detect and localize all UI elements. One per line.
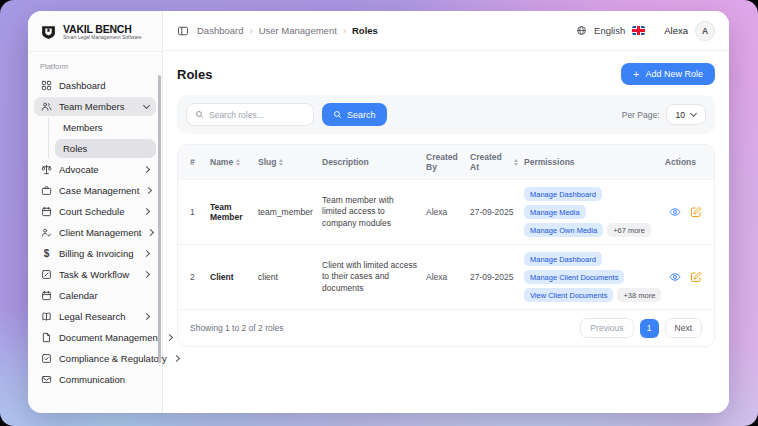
edit-role-icon[interactable] [690,271,702,283]
sidebar-item-label: Advocate [59,164,99,175]
sort-icon[interactable] [279,159,283,166]
sidebar-scrollbar[interactable] [158,75,161,363]
more-permissions-badge[interactable]: +38 more [617,288,661,302]
sidebar-item-label: Dashboard [59,80,105,91]
cell-num: 1 [190,207,210,217]
sidebar-item-dashboard[interactable]: Dashboard [34,76,156,95]
sidebar-item-compliance-regulatory[interactable]: Compliance & Regulatory [34,349,156,368]
sidebar-nav: Dashboard Team Members Members Roles Adv… [28,76,162,389]
uk-flag-icon [632,26,645,35]
app-window: VAKIL BENCH Smart Legal Management Softw… [28,11,729,413]
sidebar-toggle-icon[interactable] [177,25,189,37]
view-role-icon[interactable] [669,206,681,218]
edit-role-icon[interactable] [690,206,702,218]
more-permissions-badge[interactable]: +67 more [607,223,651,237]
sidebar-item-label: Team Members [59,101,124,112]
search-icon [195,110,204,119]
book-icon [41,311,52,322]
document-icon [41,332,52,343]
permission-badge: Manage Client Documents [524,270,624,284]
sidebar-item-advocate[interactable]: Advocate [34,160,156,179]
chevron-right-icon [147,229,154,236]
sidebar-item-case-management[interactable]: Case Management [34,181,156,200]
breadcrumb-user-management[interactable]: User Management [259,25,337,36]
search-field-wrapper [186,103,314,126]
roles-toolbar: Search Per Page: 10 [177,95,715,134]
sidebar-item-task-workflow[interactable]: Task & Workflow [34,265,156,284]
dashboard-icon [41,80,52,91]
sidebar-item-court-schedule[interactable]: Court Schedule [34,202,156,221]
search-button[interactable]: Search [322,103,387,126]
language-selector[interactable]: English [594,25,625,36]
search-input[interactable] [209,110,305,120]
col-header-created-at[interactable]: Created At [470,152,524,172]
cell-slug: team_member [258,207,322,217]
chevron-right-icon [143,208,150,215]
cell-created-by: Alexa [426,207,470,217]
cell-created-at: 27-09-2025 [470,207,524,217]
permission-badge: Manage Own Media [524,223,603,237]
calendar-icon [41,290,52,301]
team-members-submenu: Members Roles [48,118,156,158]
breadcrumb-roles: Roles [352,25,378,36]
globe-icon [576,25,587,36]
col-header-num: # [190,157,210,167]
user-check-icon [41,227,52,238]
logo: VAKIL BENCH Smart Legal Management Softw… [28,11,162,52]
view-role-icon[interactable] [669,271,681,283]
sidebar-item-client-management[interactable]: Client Management [34,223,156,242]
sidebar: VAKIL BENCH Smart Legal Management Softw… [28,11,163,413]
sidebar-item-label: Client Management [59,227,141,238]
avatar[interactable]: A [695,21,715,41]
per-page-value: 10 [676,110,685,120]
sidebar-subitem-roles[interactable]: Roles [55,139,156,158]
briefcase-icon [41,185,52,196]
col-header-slug[interactable]: Slug [258,157,322,167]
app-tagline: Smart Legal Management Software [63,35,142,40]
next-page-button[interactable]: Next [665,318,702,338]
sort-icon[interactable] [514,159,518,166]
add-new-role-button[interactable]: + Add New Role [621,63,715,85]
cell-slug: client [258,272,322,282]
sidebar-item-document-management[interactable]: Document Management [34,328,156,347]
col-header-permissions: Permissions [524,157,668,167]
sidebar-item-label: Task & Workflow [59,269,129,280]
sidebar-item-legal-research[interactable]: Legal Research [34,307,156,326]
chevron-down-icon [690,110,697,117]
per-page-select[interactable]: 10 [666,104,706,125]
pagination: Previous 1 Next [580,318,702,338]
page-1-button[interactable]: 1 [640,319,659,338]
per-page-label: Per Page: [622,110,660,120]
cell-created-at: 27-09-2025 [470,272,524,282]
sidebar-subitem-members[interactable]: Members [55,118,156,137]
chevron-right-icon [145,187,152,194]
breadcrumb-dashboard[interactable]: Dashboard [197,25,243,36]
sidebar-item-team-members[interactable]: Team Members [34,97,156,116]
user-name: Alexa [664,25,688,36]
cell-permissions: Manage Dashboard Manage Media Manage Own… [524,187,668,237]
previous-page-button[interactable]: Previous [580,318,633,338]
sidebar-item-label: Legal Research [59,311,126,322]
chevron-right-icon [143,166,150,173]
table-row: 1 Team Member team_member Team member wi… [178,179,714,244]
sidebar-item-billing-invoicing[interactable]: $ Billing & Invoicing [34,244,156,263]
sidebar-item-communication[interactable]: Communication [34,370,156,389]
calendar-icon [41,206,52,217]
sort-icon[interactable] [236,159,240,166]
table-footer: Showing 1 to 2 of 2 roles Previous 1 Nex… [178,309,714,346]
sidebar-item-label: Calendar [59,290,98,301]
col-header-created-by: Created By [426,152,470,172]
main-area: Dashboard › User Management › Roles Engl… [163,11,729,413]
col-header-name[interactable]: Name [210,157,258,167]
cell-actions [669,206,702,218]
search-icon [333,110,342,119]
col-header-actions: Actions [665,157,702,167]
cell-permissions: Manage Dashboard Manage Client Documents… [524,252,668,302]
sidebar-item-label: Court Schedule [59,206,124,217]
cell-num: 2 [190,272,210,282]
permission-badge: Manage Media [524,205,586,219]
breadcrumb: Dashboard › User Management › Roles [177,25,378,37]
sidebar-item-calendar[interactable]: Calendar [34,286,156,305]
search-button-label: Search [347,110,376,120]
cell-created-by: Alexa [426,272,470,282]
